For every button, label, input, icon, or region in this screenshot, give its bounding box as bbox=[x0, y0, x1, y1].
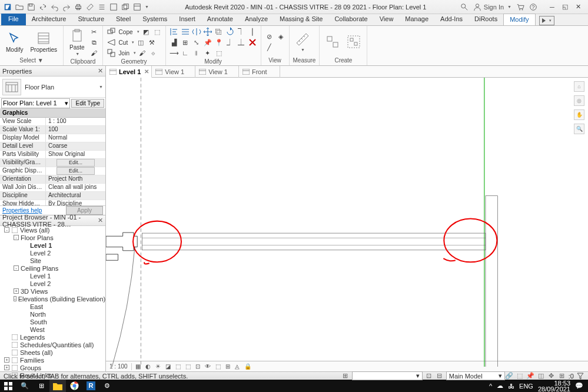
background-icon[interactable]: ⊞ bbox=[558, 373, 566, 380]
tree-expander-icon[interactable]: - bbox=[14, 235, 19, 240]
modify-tool-button[interactable]: Modify bbox=[4, 30, 25, 54]
join-button[interactable]: Join bbox=[118, 50, 131, 57]
tab-structure[interactable]: Structure bbox=[72, 14, 110, 25]
save-icon[interactable] bbox=[26, 2, 36, 12]
tree-expander-icon[interactable]: + bbox=[4, 365, 9, 370]
join-icon[interactable] bbox=[107, 48, 116, 58]
tree-item[interactable]: Sheets (all) bbox=[0, 348, 105, 356]
activate-dim-icon[interactable]: ⟐ bbox=[149, 48, 158, 58]
filter-icon[interactable] bbox=[576, 373, 584, 380]
unpin-icon[interactable]: 📍 bbox=[214, 38, 224, 47]
property-value[interactable]: Show Original bbox=[46, 151, 105, 158]
close-button[interactable]: ✕ bbox=[572, 2, 584, 12]
revit-app-icon[interactable] bbox=[2, 2, 13, 12]
corner-trim-icon[interactable]: ∟ bbox=[181, 48, 190, 58]
language-indicator[interactable]: ENG bbox=[519, 383, 533, 390]
property-value[interactable]: 100 bbox=[46, 126, 105, 134]
trim-extend-icon[interactable]: ⏌ bbox=[225, 38, 235, 47]
tree-item[interactable]: Level 2 bbox=[0, 249, 105, 257]
tab-manage[interactable]: Manage bbox=[399, 14, 434, 25]
tree-item[interactable]: -Floor Plans bbox=[0, 234, 105, 241]
tree-item[interactable]: -Ceiling Plans bbox=[0, 264, 105, 272]
tab-diroots[interactable]: DiRoots bbox=[469, 14, 503, 25]
array-icon[interactable]: ⊞ bbox=[181, 38, 190, 47]
view-tab[interactable]: View 1 bbox=[195, 66, 239, 78]
switch-windows-icon[interactable] bbox=[132, 2, 142, 12]
select-face-icon[interactable]: ◫ bbox=[537, 373, 545, 380]
tree-item[interactable]: +Families bbox=[0, 356, 105, 364]
extend-icon[interactable]: ⟶ bbox=[170, 48, 179, 58]
onedrive-icon[interactable]: ☁ bbox=[497, 382, 503, 390]
instance-selector[interactable]: Floor Plan: Level 1▾ bbox=[1, 98, 70, 108]
trim-icon[interactable]: ⏋ bbox=[237, 27, 246, 36]
tree-expander-icon[interactable]: - bbox=[14, 296, 16, 301]
pin-icon[interactable]: 📌 bbox=[203, 38, 212, 47]
tree-item[interactable]: -Views (all) bbox=[0, 226, 105, 234]
view-tab[interactable]: View 1 bbox=[152, 66, 195, 78]
type-selector-icon[interactable] bbox=[2, 79, 21, 95]
thin-lines-icon[interactable] bbox=[108, 2, 119, 12]
view-tab[interactable]: Level 1✕ bbox=[106, 66, 152, 78]
property-row[interactable]: Show Hidden LinesBy Discipline bbox=[0, 200, 105, 205]
task-view-icon[interactable]: ⊞ bbox=[33, 380, 49, 392]
tree-item[interactable]: +Groups bbox=[0, 364, 105, 371]
linework-icon[interactable]: ╱ bbox=[265, 42, 274, 52]
property-value[interactable]: Clean all wall joins bbox=[46, 184, 105, 191]
tree-item[interactable]: -Elevations (Building Elevation) bbox=[0, 295, 105, 303]
cut-geom-icon[interactable] bbox=[107, 38, 116, 47]
tab-annotate[interactable]: Annotate bbox=[201, 14, 239, 25]
tree-item[interactable]: Site bbox=[0, 257, 105, 264]
select-links-icon[interactable]: 🔗 bbox=[505, 373, 513, 380]
explorer-taskbar-icon[interactable] bbox=[49, 380, 66, 392]
home-view-icon[interactable]: ⌂ bbox=[574, 81, 584, 92]
tab-addins[interactable]: Add-Ins bbox=[434, 14, 469, 25]
property-row[interactable]: Parts VisibilityShow Original bbox=[0, 151, 105, 159]
measure-icon[interactable] bbox=[85, 2, 95, 12]
property-value[interactable]: By Discipline bbox=[46, 200, 105, 205]
tab-architecture[interactable]: Architecture bbox=[26, 14, 72, 25]
copy-clipboard-icon[interactable]: ⧉ bbox=[89, 38, 99, 47]
tree-item[interactable]: North bbox=[0, 310, 105, 318]
revit-taskbar-icon[interactable]: R bbox=[82, 380, 99, 392]
zoom-icon[interactable]: 🔍 bbox=[574, 124, 584, 134]
tree-item[interactable]: +3D Views bbox=[0, 287, 105, 295]
override-icon[interactable]: ◈ bbox=[276, 32, 285, 41]
type-dropdown-icon[interactable]: ▼ bbox=[99, 85, 103, 89]
pan-icon[interactable]: ✋ bbox=[574, 109, 584, 120]
edit-cell-button[interactable]: Edit... bbox=[57, 159, 95, 167]
measure-button[interactable]: ▼ bbox=[293, 31, 312, 53]
dropdown-icon[interactable] bbox=[97, 2, 107, 12]
cope-icon[interactable] bbox=[107, 27, 116, 36]
create-similar-button[interactable] bbox=[323, 34, 342, 50]
print-icon[interactable] bbox=[73, 2, 84, 12]
tree-item[interactable]: South bbox=[0, 318, 105, 325]
drag-elements-icon[interactable]: ✥ bbox=[547, 373, 556, 380]
property-row[interactable]: DisciplineArchitectural bbox=[0, 192, 105, 200]
property-row[interactable]: Wall Join DisplayClean all wall joins bbox=[0, 184, 105, 192]
property-value[interactable]: Edit... bbox=[46, 159, 105, 167]
property-row[interactable]: Detail LevelCoarse bbox=[0, 142, 105, 151]
view-tab[interactable]: Front bbox=[239, 66, 280, 78]
tab-collaborate[interactable]: Collaborate bbox=[328, 14, 373, 25]
browser-close-icon[interactable]: ✕ bbox=[98, 217, 103, 224]
split-icon[interactable]: ⎮ bbox=[248, 27, 257, 36]
redo-icon[interactable] bbox=[61, 2, 72, 12]
chrome-taskbar-icon[interactable] bbox=[66, 380, 82, 392]
ribbon-play-button[interactable]: ▾ bbox=[539, 16, 554, 25]
tree-item[interactable]: West bbox=[0, 325, 105, 333]
cut-button[interactable]: Cut bbox=[118, 39, 129, 46]
close-inactive-icon[interactable] bbox=[120, 2, 131, 12]
edit-cell-button[interactable]: Edit... bbox=[57, 167, 95, 175]
array-radial-icon[interactable]: ✦ bbox=[203, 48, 212, 58]
sync-icon[interactable] bbox=[38, 2, 48, 12]
property-row[interactable]: Scale Value 1:100 bbox=[0, 126, 105, 134]
drawing-canvas[interactable]: ⌂ ◎ ✋ 🔍 bbox=[106, 78, 588, 361]
cope-button[interactable]: Cope bbox=[118, 29, 134, 35]
design-options-icon[interactable]: ⊟ bbox=[436, 373, 444, 380]
app-store-icon[interactable] bbox=[516, 3, 524, 11]
select-underlay-icon[interactable]: ⬚ bbox=[516, 373, 524, 380]
property-value[interactable]: Normal bbox=[46, 134, 105, 142]
notifications-icon[interactable]: 💬 bbox=[575, 382, 583, 390]
mirror-pick-icon[interactable]: ▟ bbox=[170, 38, 179, 47]
rotate-icon[interactable] bbox=[225, 27, 235, 36]
